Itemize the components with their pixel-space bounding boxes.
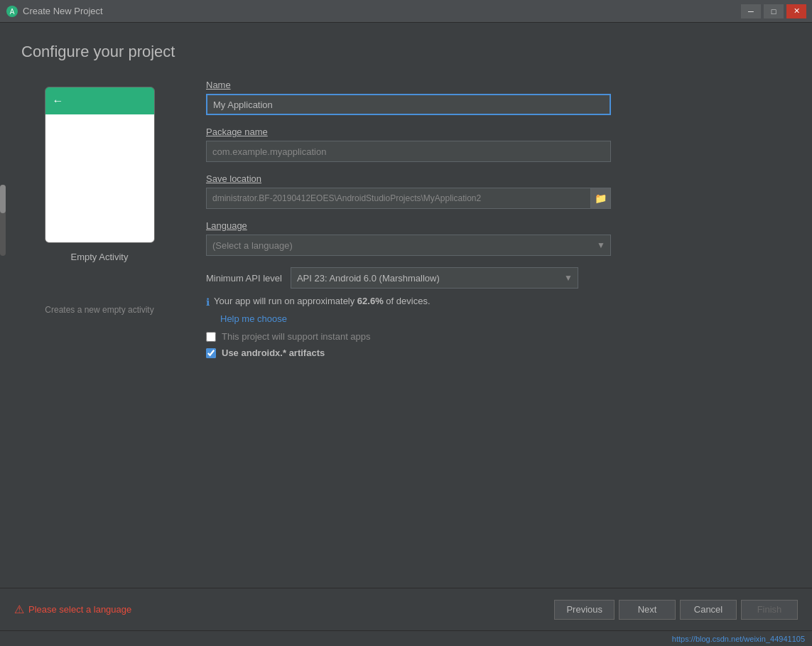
finish-button[interactable]: Finish — [741, 600, 798, 620]
instant-apps-label: This project will support instant apps — [222, 331, 371, 342]
instant-apps-row: This project will support instant apps — [206, 331, 791, 342]
package-group: Package name com.example.myapplication — [206, 126, 791, 162]
name-group: Name — [206, 80, 791, 115]
preview-description: Creates a new empty activity — [45, 305, 153, 315]
save-location-label-u: Save location — [206, 173, 261, 184]
save-location-row: 📁 — [206, 188, 611, 209]
save-location-group: Save location 📁 — [206, 173, 791, 209]
info-text: Your app will run on approximately 62.6%… — [214, 296, 431, 306]
info-text-before: Your app will run on approximately — [214, 296, 357, 306]
error-message-area: ⚠ Please select a language — [14, 603, 131, 616]
main-window: Configure your project ← Empty Activity … — [0, 23, 812, 646]
minimize-button[interactable]: ─ — [741, 4, 761, 18]
api-level-row: Minimum API level API 16: Android 4.1 (J… — [206, 267, 791, 289]
phone-header: ← — [45, 87, 154, 114]
phone-preview: ← — [45, 87, 155, 243]
api-level-select[interactable]: API 16: Android 4.1 (Jelly Bean) API 21:… — [291, 267, 578, 289]
app-icon: A — [6, 5, 18, 18]
info-percent: 62.6% — [357, 296, 384, 306]
window-title: Create New Project — [23, 6, 103, 16]
language-select-wrap: (Select a language) Java Kotlin ▼ — [206, 235, 611, 256]
androidx-checkbox[interactable] — [206, 348, 216, 358]
androidx-label: Use androidx.* artifacts — [222, 348, 325, 358]
close-button[interactable]: ✕ — [786, 4, 806, 18]
maximize-button[interactable]: □ — [764, 4, 784, 18]
package-input-readonly: com.example.myapplication — [206, 141, 611, 162]
right-panel: Name Package name com.example.myapplicat… — [206, 72, 791, 588]
scrollbar-thumb[interactable] — [0, 185, 6, 213]
scrollbar[interactable] — [0, 185, 6, 256]
window-controls: ─ □ ✕ — [741, 4, 806, 18]
bottom-buttons: Previous Next Cancel Finish — [554, 600, 798, 620]
info-line: ℹ Your app will run on approximately 62.… — [206, 296, 791, 308]
bottom-bar: ⚠ Please select a language Previous Next… — [0, 588, 812, 630]
left-panel: ← Empty Activity Creates a new empty act… — [21, 72, 178, 588]
info-icon: ℹ — [206, 296, 210, 308]
error-icon: ⚠ — [14, 603, 24, 616]
status-url: https://blog.csdn.net/weixin_44941105 — [672, 635, 805, 643]
help-me-choose-link[interactable]: Help me choose — [220, 313, 791, 324]
package-value: com.example.myapplication — [212, 146, 326, 157]
name-label: Name — [206, 80, 791, 90]
package-label: Package name — [206, 126, 791, 137]
svg-text:A: A — [10, 8, 15, 16]
activity-label: Empty Activity — [71, 252, 129, 262]
phone-body — [45, 114, 154, 242]
status-bar: https://blog.csdn.net/weixin_44941105 — [0, 630, 812, 646]
instant-apps-checkbox[interactable] — [206, 332, 216, 342]
api-level-label: Minimum API level — [206, 273, 282, 284]
api-select-wrap: API 16: Android 4.1 (Jelly Bean) API 21:… — [291, 267, 578, 289]
cancel-button[interactable]: Cancel — [680, 600, 737, 620]
title-bar: A Create New Project ─ □ ✕ — [0, 0, 812, 23]
save-location-input[interactable] — [206, 188, 591, 209]
back-arrow-icon: ← — [53, 95, 64, 107]
folder-browse-button[interactable]: 📁 — [591, 188, 611, 209]
name-label-text: Name — [206, 80, 231, 90]
previous-button[interactable]: Previous — [554, 600, 615, 620]
language-select[interactable]: (Select a language) Java Kotlin — [206, 235, 611, 256]
page-title: Configure your project — [21, 43, 791, 61]
language-label-u: Language — [206, 220, 247, 231]
language-label: Language — [206, 220, 791, 231]
info-text-after: of devices. — [384, 296, 431, 306]
error-text: Please select a language — [28, 604, 131, 615]
package-label-text: Package name — [206, 126, 268, 137]
page-heading: Configure your project — [0, 23, 812, 72]
save-location-label: Save location — [206, 173, 791, 184]
name-input[interactable] — [206, 94, 611, 115]
androidx-row: Use androidx.* artifacts — [206, 348, 791, 358]
language-group: Language (Select a language) Java Kotlin… — [206, 220, 791, 256]
content-area: ← Empty Activity Creates a new empty act… — [0, 72, 812, 588]
next-button[interactable]: Next — [619, 600, 676, 620]
